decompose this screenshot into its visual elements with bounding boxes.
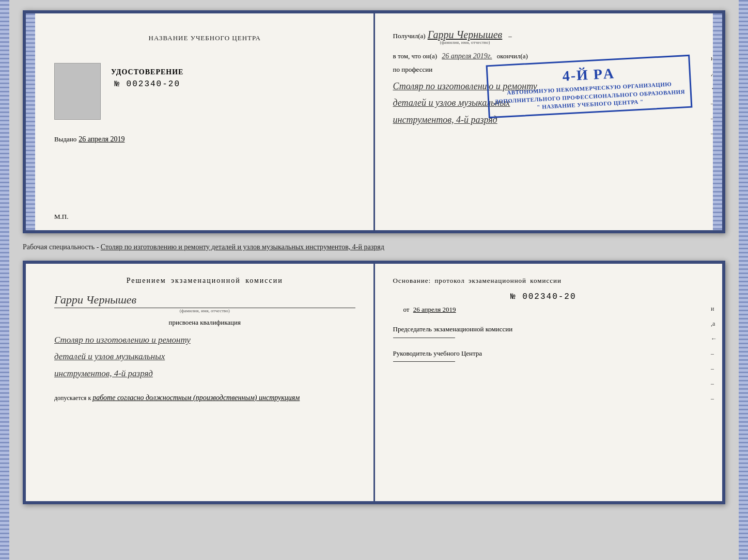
udost-label: УДОСТОВЕРЕНИЕ [111, 68, 183, 76]
fio-sublabel-top: (фамилия, имя, отчество) [428, 40, 503, 45]
profession-line2: деталей и узлов музыкальных [393, 94, 694, 111]
dopusk-text: работе согласно должностным (производств… [92, 394, 300, 402]
udost-block: УДОСТОВЕРЕНИЕ № 002340-20 [111, 63, 183, 89]
predsedatel-sig-line [393, 338, 455, 338]
kvalif-line2: деталей и узлов музыкальных [54, 348, 355, 365]
kvalif-line3: инструментов, 4-й разряд [54, 365, 355, 382]
recipient-name: Гарри Чернышев [428, 29, 503, 40]
caption-underlined: Столяр по изготовлению и ремонту деталей… [101, 243, 384, 251]
vydano-row: Выдано 26 апреля 2019 [54, 135, 355, 143]
predsedatel-label: Председатель экзаменационной комиссии [393, 324, 694, 334]
photo-udost-row: УДОСТОВЕРЕНИЕ № 002340-20 [54, 63, 355, 120]
right-spine-bottom [739, 0, 748, 560]
udost-number: № 002340-20 [111, 79, 183, 89]
top-right-page: Получил(а) Гарри Чернышев (фамилия, имя,… [375, 13, 723, 230]
bottom-document-spread: Решением экзаменационной комиссии Гарри … [23, 261, 725, 504]
protocol-number: № 002340-20 [393, 292, 694, 301]
dash1: – [508, 32, 512, 40]
poluchil-line: Получил(а) Гарри Чернышев (фамилия, имя,… [393, 29, 694, 45]
profession-line1: Столяр по изготовлению и ремонту [393, 78, 694, 94]
profession-line3: инструментов, 4-й разряд [393, 111, 694, 128]
left-spine-bottom [0, 0, 9, 560]
dopusk-block: допускается к работе согласно должностны… [54, 392, 355, 404]
vtom-line: в том, что он(а) 26 апреля 2019г. окончи… [393, 52, 694, 60]
caption-block: Рабочая специальность - Столяр по изгото… [23, 242, 725, 252]
top-document-spread: НАЗВАНИЕ УЧЕБНОГО ЦЕНТРА УДОСТОВЕРЕНИЕ №… [23, 10, 725, 233]
right-edge-labels-bottom: и ,а ← – – – – [711, 305, 717, 403]
dopusk-prefix: допускается к [54, 394, 91, 402]
kvalif-line1: Столяр по изготовлению и ремонту [54, 332, 355, 348]
rukovoditel-sig-line [393, 361, 455, 362]
profession-label: по профессии [393, 66, 694, 74]
right-top-content: Получил(а) Гарри Чернышев (фамилия, имя,… [393, 29, 694, 128]
vydano-label: Выдано [54, 135, 76, 143]
fio-sublabel-bottom: (фамилия, имя, отчество) [54, 308, 355, 313]
caption-normal: Рабочая специальность - [23, 243, 101, 251]
dash-strelka-b: ← [711, 335, 717, 343]
vtom-prefix: в том, что он(а) [393, 52, 438, 60]
vydano-date: 26 апреля 2019 [79, 135, 124, 143]
prisvoena-text: присвоена квалификация [54, 318, 355, 327]
bottom-name-handwritten: Гарри Чернышев [54, 293, 136, 306]
osnovanie-title: Основание: протокол экзаменационной коми… [393, 277, 694, 285]
dash-m1-b: – [711, 350, 717, 358]
dash-а-b: ,а [711, 320, 717, 328]
dash-и-b: и [711, 305, 717, 313]
ot-label: от [403, 306, 410, 313]
ot-date: 26 апреля 2019 [413, 306, 456, 313]
dash-m2-b: – [711, 365, 717, 373]
top-left-page: НАЗВАНИЕ УЧЕБНОГО ЦЕНТРА УДОСТОВЕРЕНИЕ №… [26, 13, 375, 230]
vtom-suffix: окончил(а) [497, 52, 528, 60]
rukovoditel-block: Руководитель учебного Центра [393, 348, 694, 362]
photo-placeholder [54, 63, 101, 120]
predsedatel-block: Председатель экзаменационной комиссии [393, 324, 694, 338]
resheniem-title: Решением экзаменационной комиссии [54, 277, 355, 285]
rukovoditel-label: Руководитель учебного Центра [393, 348, 694, 359]
poluchil-prefix: Получил(а) [393, 32, 426, 40]
bottom-name-block: Гарри Чернышев (фамилия, имя, отчество) [54, 293, 355, 313]
vtom-date: 26 апреля 2019г. [442, 52, 492, 60]
right-spine-top [713, 13, 722, 230]
bottom-right-page: Основание: протокол экзаменационной коми… [375, 264, 723, 501]
bottom-left-page: Решением экзаменационной комиссии Гарри … [26, 264, 375, 501]
school-name-top: НАЗВАНИЕ УЧЕБНОГО ЦЕНТРА [54, 34, 355, 42]
ot-line: от 26 апреля 2019 [393, 306, 694, 314]
dash-m3-b: – [711, 380, 717, 388]
dash-m4-b: – [711, 395, 717, 403]
mp-label: М.П. [54, 213, 68, 221]
